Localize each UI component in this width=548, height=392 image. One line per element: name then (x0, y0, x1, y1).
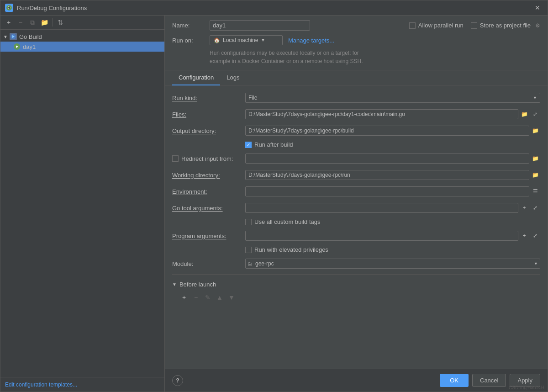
name-input[interactable] (210, 20, 310, 31)
toolbar-separator (52, 18, 53, 26)
copy-config-button[interactable]: ⧉ (27, 17, 38, 27)
go-tool-args-add-button[interactable]: + (519, 203, 529, 213)
program-args-add-button[interactable]: + (519, 231, 529, 241)
redirect-folder-button[interactable]: 📁 (530, 154, 540, 164)
redirect-input-field[interactable] (245, 154, 529, 164)
name-row: Name: Allow parallel run Store as projec… (172, 20, 540, 31)
output-dir-wrapper: 📁 (245, 126, 540, 136)
before-launch-edit-button[interactable]: ✎ (202, 292, 213, 302)
go-tool-args-expand-button[interactable]: ⤢ (530, 203, 540, 213)
custom-tags-row: Use all custom build tags (245, 218, 540, 225)
form-area: Run kind: File ▼ Files: 📁 ⤢ (165, 85, 548, 369)
elevated-privileges-checkbox[interactable] (245, 247, 252, 253)
program-args-expand-button[interactable]: ⤢ (530, 231, 540, 241)
go-tool-args-input[interactable] (245, 203, 518, 213)
elevated-privileges-row: Run with elevated privileges (245, 246, 540, 253)
go-build-group-icon (10, 33, 17, 40)
working-dir-input[interactable] (245, 170, 529, 180)
tree-expand-arrow: ▼ (3, 34, 8, 39)
cancel-button[interactable]: Cancel (472, 374, 506, 387)
name-label: Name: (172, 22, 204, 29)
gear-icon: ⚙ (535, 22, 540, 29)
run-on-label: Run on: (172, 37, 204, 44)
config-tabs: Configuration Logs (165, 70, 548, 85)
files-row: Files: 📁 ⤢ (172, 108, 540, 120)
bottom-bar: ? OK Cancel Apply (165, 369, 548, 392)
remove-config-button[interactable]: − (15, 17, 26, 27)
allow-parallel-checkbox[interactable] (409, 22, 416, 29)
files-input-wrapper: 📁 ⤢ (245, 109, 540, 119)
run-on-select[interactable]: 🏠 Local machine ▼ (210, 35, 283, 45)
edit-config-templates-link[interactable]: Edit configuration templates... (5, 381, 77, 388)
working-dir-folder-button[interactable]: 📁 (530, 170, 540, 180)
tab-logs[interactable]: Logs (220, 70, 246, 85)
sort-config-button[interactable]: ⇅ (55, 17, 66, 27)
environment-browse-button[interactable]: ☰ (530, 186, 540, 196)
custom-tags-label: Use all custom build tags (254, 218, 321, 225)
output-dir-label: Output directory: (172, 127, 245, 134)
left-toolbar: + − ⧉ 📁 ⇅ (0, 16, 164, 30)
before-launch-header[interactable]: ▼ Before launch (172, 279, 540, 290)
home-icon: 🏠 (214, 37, 220, 43)
redirect-input-row: Redirect input from: 📁 (172, 153, 540, 164)
add-config-button[interactable]: + (3, 17, 14, 27)
custom-tags-checkbox[interactable] (245, 219, 252, 225)
before-launch-toolbar: + − ✎ ▲ ▼ (179, 292, 540, 302)
module-icon: 🗂 (246, 261, 254, 266)
before-launch-up-button[interactable]: ▲ (214, 292, 225, 302)
files-input[interactable] (245, 109, 518, 119)
help-button[interactable]: ? (172, 375, 183, 386)
run-after-build-label: Run after build (254, 141, 293, 148)
redirect-input-checkbox[interactable] (172, 155, 179, 162)
left-panel: + − ⧉ 📁 ⇅ ▼ (0, 16, 165, 392)
title-bar: Run/Debug Configurations ✕ (0, 0, 548, 16)
output-dir-folder-button[interactable]: 📁 (530, 126, 540, 136)
before-launch-divider (172, 274, 540, 275)
run-on-row: Run on: 🏠 Local machine ▼ Manage targets… (172, 35, 540, 45)
right-header: Name: Allow parallel run Store as projec… (165, 16, 548, 70)
environment-input[interactable] (245, 186, 529, 196)
tree-group-go-build[interactable]: ▼ Go Build (0, 32, 164, 42)
output-dir-row: Output directory: 📁 (172, 125, 540, 137)
ok-button[interactable]: OK (440, 374, 469, 387)
tab-configuration[interactable]: Configuration (172, 70, 220, 85)
tree-item-label: day1 (23, 43, 36, 50)
config-tree: ▼ Go Build day1 (0, 30, 164, 377)
run-kind-arrow: ▼ (533, 95, 537, 100)
module-label: Module: (172, 260, 245, 267)
module-value: gee-rpc (254, 259, 532, 268)
tree-item-day1[interactable]: day1 (0, 42, 164, 52)
working-dir-label: Working directory: (172, 172, 245, 179)
output-dir-input[interactable] (245, 126, 529, 136)
program-args-input[interactable] (245, 231, 518, 241)
files-expand-button[interactable]: ⤢ (530, 109, 540, 119)
working-dir-wrapper: 📁 (245, 170, 540, 180)
before-launch-label: Before launch (179, 281, 216, 288)
left-footer: Edit configuration templates... (0, 377, 164, 392)
svg-point-2 (8, 7, 10, 9)
store-as-project-row: Store as project file ⚙ (471, 22, 540, 29)
redirect-input-wrapper: 📁 (245, 154, 540, 164)
close-button[interactable]: ✕ (532, 3, 543, 12)
app-icon (5, 4, 13, 12)
tree-group-label: Go Build (19, 33, 42, 40)
run-config-icon (13, 43, 21, 50)
environment-label: Environment: (172, 188, 245, 195)
before-launch-add-button[interactable]: + (179, 292, 190, 302)
go-tool-args-label: Go tool arguments: (172, 205, 245, 212)
files-folder-button[interactable]: 📁 (519, 109, 529, 119)
environment-wrapper: ☰ (245, 186, 540, 196)
module-select-wrapper[interactable]: 🗂 gee-rpc ▼ (245, 259, 540, 269)
manage-targets-link[interactable]: Manage targets... (288, 37, 334, 44)
right-panel: Name: Allow parallel run Store as projec… (165, 16, 548, 392)
run-on-dropdown-arrow: ▼ (261, 38, 265, 42)
before-launch-remove-button[interactable]: − (190, 292, 201, 302)
before-launch-down-button[interactable]: ▼ (226, 292, 237, 302)
run-kind-select[interactable]: File ▼ (245, 93, 540, 103)
run-after-build-checkbox[interactable]: ✓ (245, 142, 252, 148)
folder-config-button[interactable]: 📁 (39, 17, 50, 27)
dialog-title: Run/Debug Configurations (17, 5, 532, 11)
run-after-build-row: ✓ Run after build (245, 141, 540, 148)
run-kind-row: Run kind: File ▼ (172, 92, 540, 104)
store-as-project-checkbox[interactable] (471, 22, 477, 29)
